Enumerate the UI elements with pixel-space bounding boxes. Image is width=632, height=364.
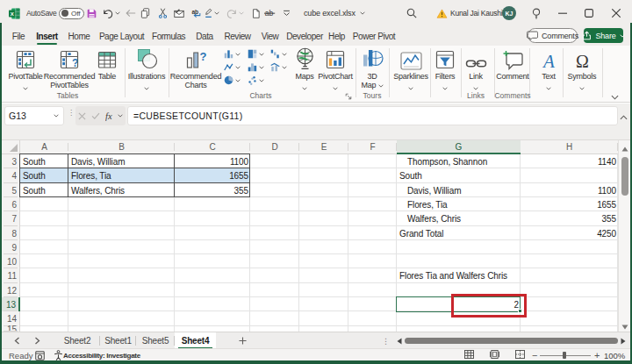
column-header-A[interactable]: A bbox=[20, 140, 68, 154]
hscroll-left-arrow[interactable] bbox=[397, 338, 402, 345]
cell-H5[interactable]: 1100 bbox=[521, 183, 616, 197]
row-header-8[interactable]: 8 bbox=[2, 226, 20, 240]
row-header-10[interactable]: 10 bbox=[2, 254, 20, 268]
cell-B5[interactable]: Walfers, Chris bbox=[71, 183, 174, 197]
sheet-nav-right[interactable] bbox=[31, 332, 43, 349]
cancel-icon[interactable] bbox=[78, 112, 86, 120]
row-header-4[interactable]: 4 bbox=[2, 168, 20, 183]
cell-B4[interactable]: Flores, Tia bbox=[71, 168, 174, 183]
row-header-6[interactable]: 6 bbox=[2, 197, 20, 211]
column-header-E[interactable]: E bbox=[299, 140, 348, 154]
avatar[interactable]: KJ bbox=[502, 0, 516, 26]
insert-hierarchy-chart-button[interactable] bbox=[248, 49, 264, 59]
cell-B3[interactable]: Davis, William bbox=[71, 154, 174, 168]
row-header-13[interactable]: 13 bbox=[2, 297, 20, 311]
enter-icon[interactable] bbox=[91, 112, 100, 119]
row-header-3[interactable]: 3 bbox=[2, 154, 20, 168]
insert-pie-chart-button[interactable] bbox=[224, 75, 241, 85]
cell-G7[interactable]: Walfers, Chris bbox=[407, 211, 520, 226]
email-button[interactable] bbox=[174, 0, 184, 26]
ribbon-tab-view[interactable]: View bbox=[260, 26, 280, 46]
insert-scatter-chart-button[interactable] bbox=[248, 75, 264, 85]
insert-combo-chart-button[interactable] bbox=[270, 62, 287, 72]
scroll-down-arrow[interactable] bbox=[621, 321, 628, 328]
ribbon-tab-formulas[interactable]: Formulas bbox=[152, 26, 185, 46]
vertical-scrollbar[interactable] bbox=[618, 140, 630, 332]
accessibility-status[interactable]: Accessibility: Investigate bbox=[63, 349, 140, 361]
ribbon-tab-developer[interactable]: Developer bbox=[285, 26, 324, 46]
zoom-level[interactable]: 100% bbox=[604, 349, 625, 361]
ribbon-tab-help[interactable]: Help bbox=[327, 26, 346, 46]
comments-button[interactable]: Comments bbox=[528, 28, 578, 43]
column-header-C[interactable]: C bbox=[175, 140, 250, 154]
excel-app-icon[interactable]: X bbox=[9, 0, 20, 26]
lightbulb-icon[interactable] bbox=[532, 0, 541, 26]
insert-function-icon[interactable]: fx bbox=[105, 111, 123, 121]
draw-button[interactable] bbox=[205, 0, 219, 26]
cell-H6[interactable]: 1655 bbox=[521, 197, 616, 211]
charts-dialog-launcher[interactable] bbox=[345, 91, 352, 102]
row-header-7[interactable]: 7 bbox=[2, 211, 20, 226]
ribbon-tab-insert[interactable]: Insert bbox=[36, 26, 58, 46]
column-header-B[interactable]: B bbox=[68, 140, 175, 154]
redo-button[interactable] bbox=[226, 0, 244, 26]
sheet-tab-sheet5[interactable]: Sheet5 bbox=[136, 332, 175, 349]
new-file-button[interactable] bbox=[252, 0, 260, 26]
back-button[interactable] bbox=[126, 0, 136, 26]
close-button[interactable] bbox=[612, 0, 621, 26]
zoom-in-button[interactable]: + bbox=[594, 349, 600, 361]
undo-button[interactable] bbox=[103, 0, 120, 26]
column-header-H[interactable]: H bbox=[521, 140, 618, 154]
sheetbar-resize-handle[interactable]: ⋮ bbox=[382, 337, 390, 346]
row-header-12[interactable]: 12 bbox=[2, 283, 20, 297]
cell-G8[interactable]: Grand Total bbox=[399, 226, 520, 240]
insert-statistic-chart-button[interactable] bbox=[248, 62, 264, 72]
cell-A5[interactable]: South bbox=[23, 183, 68, 197]
column-header-G[interactable]: G bbox=[397, 140, 521, 154]
share-button[interactable]: Share bbox=[584, 28, 623, 43]
sheet-tab-sheet1[interactable]: Sheet1 bbox=[100, 332, 136, 349]
cell-C5[interactable]: 355 bbox=[176, 183, 248, 197]
name-box[interactable]: G13⋮ bbox=[4, 106, 64, 125]
hscroll-right-arrow[interactable] bbox=[621, 338, 626, 345]
cell-A3[interactable]: South bbox=[23, 154, 68, 168]
ribbon-tab-review[interactable]: Review bbox=[223, 26, 252, 46]
cell-C4[interactable]: 1655 bbox=[176, 168, 248, 183]
save-button[interactable] bbox=[87, 0, 97, 26]
sheet-tab-sheet4[interactable]: Sheet4 bbox=[175, 332, 216, 349]
cut-button[interactable] bbox=[159, 0, 167, 26]
strikethrough-button[interactable]: ab bbox=[264, 0, 276, 26]
select-all-corner[interactable] bbox=[2, 140, 20, 154]
cell-A4[interactable]: South bbox=[23, 168, 68, 183]
add-sheet-button[interactable] bbox=[236, 332, 248, 349]
document-title[interactable]: cube excel.xlsx bbox=[304, 0, 365, 26]
cell-H7[interactable]: 355 bbox=[521, 211, 616, 226]
copy-button[interactable] bbox=[140, 0, 150, 26]
cell-G5[interactable]: Davis, William bbox=[407, 183, 520, 197]
wrap-text-button[interactable]: ab bbox=[191, 0, 201, 26]
horizontal-scroll-thumb[interactable] bbox=[405, 338, 618, 344]
search-button[interactable] bbox=[406, 0, 417, 26]
minimize-button[interactable] bbox=[558, 0, 567, 26]
column-header-F[interactable]: F bbox=[348, 140, 397, 154]
insert-line-chart-button[interactable] bbox=[224, 62, 241, 72]
page-break-view-button[interactable] bbox=[515, 350, 525, 360]
warning-icon[interactable] bbox=[436, 0, 448, 26]
formula-bar-expand-button[interactable] bbox=[620, 111, 628, 122]
cell-G6[interactable]: Flores, Tia bbox=[407, 197, 520, 211]
ribbon-tab-power-pivot[interactable]: Power Pivot bbox=[353, 26, 395, 46]
ribbon-collapse-button[interactable] bbox=[611, 91, 619, 102]
zoom-out-button[interactable]: − bbox=[532, 349, 537, 361]
scroll-up-arrow[interactable] bbox=[621, 143, 628, 150]
ribbon-tab-page-layout[interactable]: Page Layout bbox=[100, 26, 143, 46]
cell-G3[interactable]: Thompson, Shannon bbox=[407, 154, 520, 168]
row-header-5[interactable]: 5 bbox=[2, 183, 20, 197]
insert-waterfall-chart-button[interactable] bbox=[270, 49, 287, 59]
sheet-tab-sheet2[interactable]: Sheet2 bbox=[54, 332, 100, 349]
customize-quick-access-button[interactable] bbox=[283, 0, 291, 26]
maximize-button[interactable] bbox=[585, 0, 593, 26]
column-header-D[interactable]: D bbox=[250, 140, 299, 154]
cell-G4[interactable]: South bbox=[399, 168, 520, 183]
autosave-toggle[interactable]: Off bbox=[59, 0, 84, 26]
ribbon-tab-file[interactable]: File bbox=[11, 26, 26, 46]
